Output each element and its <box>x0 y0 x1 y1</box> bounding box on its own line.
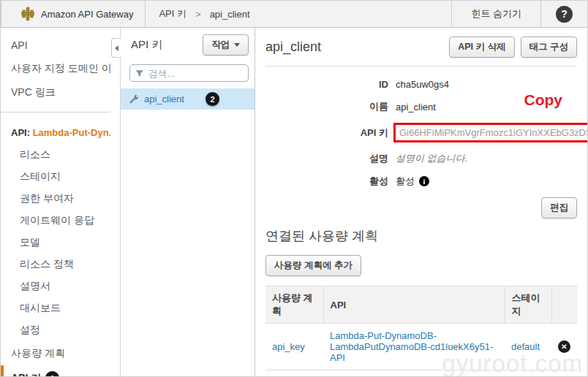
configure-tags-button[interactable]: 태그 구성 <box>521 37 577 58</box>
watermark: gyuroot.com <box>442 350 583 377</box>
delete-api-key-button[interactable]: API 키 삭제 <box>449 37 514 58</box>
field-row-description: 설명 설명이 없습니다. <box>265 152 577 165</box>
api-key-value[interactable]: Gi66HFiMiPKmVgrFmozc1iGYInXXEbG3zDSmMugg <box>393 123 587 142</box>
field-label: 이름 <box>265 100 388 113</box>
api-gateway-console: Amazon API Gateway API 키 > api_client 힌트… <box>0 0 588 377</box>
breadcrumb-section[interactable]: API 키 <box>159 7 186 20</box>
enabled-text: 활성 <box>396 175 415 188</box>
sidebar-item-apis[interactable]: API <box>1 34 110 56</box>
sidebar-item-authorizers[interactable]: 권한 부여자 <box>1 188 110 210</box>
detail-fields: Copy ID cha5uw0gs4 이름 api_client API 키 G… <box>265 77 577 188</box>
sidebar-api-group-prefix: API: <box>11 127 30 138</box>
list-panel-title: API 키 <box>131 38 162 52</box>
chevron-left-icon <box>115 45 118 51</box>
api-key-name-value: api_client <box>396 102 436 113</box>
breadcrumb: API 키 > api_client <box>146 1 263 27</box>
column-header-stage: 스테이지 <box>505 286 551 324</box>
sidebar-api-group-name: Lambda-Put-Dyn... <box>33 127 110 138</box>
step-badge-1: 1 <box>45 371 59 377</box>
filter-icon <box>135 69 143 78</box>
edit-row: 편집 <box>265 197 577 218</box>
caret-down-icon <box>234 43 240 47</box>
app-title: Amazon API Gateway <box>41 9 133 20</box>
field-row-id: ID cha5uw0gs4 <box>265 77 577 91</box>
field-label: 설명 <box>265 152 388 165</box>
actions-dropdown-label: 작업 <box>211 39 230 50</box>
topbar-right: 힌트 숨기기 ? <box>451 1 587 27</box>
copy-annotation: Copy <box>524 91 563 109</box>
sidebar-item-documentation[interactable]: 설명서 <box>1 275 110 297</box>
sidebar-item-usage-plans[interactable]: 사용량 계획 <box>1 341 110 365</box>
key-icon <box>129 94 139 104</box>
search-box[interactable] <box>129 64 249 82</box>
search-input[interactable] <box>148 68 243 79</box>
edit-button[interactable]: 편집 <box>541 197 577 218</box>
sidebar-item-models[interactable]: 모델 <box>1 232 110 254</box>
api-key-id-value: cha5uw0gs4 <box>396 79 449 90</box>
sidebar-item-settings[interactable]: 설정 <box>1 319 110 341</box>
collapse-panel-button[interactable] <box>111 38 121 58</box>
column-header-api: API <box>323 286 505 324</box>
sidebar-item-custom-domain-names[interactable]: 사용자 지정 도메인 이름 <box>1 56 110 80</box>
sidebar-item-gateway-responses[interactable]: 게이트웨이 응답 <box>1 210 110 232</box>
sidebar-item-dashboard[interactable]: 대시보드 <box>1 297 110 319</box>
enabled-value: 활성 i <box>396 175 429 188</box>
sidebar: API 사용자 지정 도메인 이름 VPC 링크 API: Lambda-Put… <box>1 28 110 377</box>
field-label: ID <box>265 79 388 90</box>
help-icon[interactable]: ? <box>556 6 573 23</box>
topbar: Amazon API Gateway API 키 > api_client 힌트… <box>1 1 587 28</box>
breadcrumb-separator-icon: > <box>195 9 201 20</box>
topbar-divider <box>1 1 1 27</box>
column-header-actions <box>551 286 577 324</box>
sidebar-item-api-keys-label: API 키 <box>11 372 41 377</box>
sidebar-api-group[interactable]: API: Lambda-Put-Dyn... <box>1 121 110 144</box>
table-header-row: 사용량 계획 API 스테이지 <box>265 286 577 324</box>
list-item-api-client[interactable]: api_client 2 <box>121 88 255 110</box>
field-label: API 키 <box>265 126 388 140</box>
sidebar-item-resource-policy[interactable]: 리소스 정책 <box>1 254 110 275</box>
actions-dropdown-button[interactable]: 작업 <box>203 34 249 56</box>
sidebar-item-api-keys[interactable]: API 키 1 <box>1 365 110 377</box>
api-gateway-home-link[interactable]: Amazon API Gateway <box>12 7 145 21</box>
field-row-api-key: API 키 Gi66HFiMiPKmVgrFmozc1iGYInXXEbG3zD… <box>265 123 577 142</box>
list-item-label: api_client <box>144 94 184 104</box>
field-row-enabled: 활성 활성 i <box>265 175 577 188</box>
usage-plans-section-title: 연결된 사용량 계획 <box>265 227 577 245</box>
api-key-detail-panel: api_client API 키 삭제 태그 구성 Copy ID cha5uw… <box>255 28 587 377</box>
step-badge-2: 2 <box>206 92 219 106</box>
sidebar-divider <box>1 112 110 113</box>
sidebar-item-vpc-links[interactable]: VPC 링크 <box>1 80 110 104</box>
topbar-divider <box>540 1 541 27</box>
detail-actions: API 키 삭제 태그 구성 <box>449 37 577 58</box>
sidebar-item-stages[interactable]: 스테이지 <box>1 166 110 188</box>
detail-header: api_client API 키 삭제 태그 구성 <box>265 34 577 66</box>
usage-plan-link[interactable]: api_key <box>272 341 305 352</box>
content: API 사용자 지정 도메인 이름 VPC 링크 API: Lambda-Put… <box>1 28 587 377</box>
add-button-row: 사용량 계획에 추가 <box>265 255 577 276</box>
api-gateway-logo-icon <box>20 7 35 21</box>
list-panel-header: API 키 작업 <box>121 28 255 62</box>
field-label: 활성 <box>265 175 388 188</box>
info-icon[interactable]: i <box>419 176 429 186</box>
column-header-usage-plan: 사용량 계획 <box>265 286 323 324</box>
breadcrumb-current: api_client <box>210 9 250 20</box>
add-to-usage-plan-button[interactable]: 사용량 계획에 추가 <box>265 255 361 276</box>
api-keys-list-panel: API 키 작업 api_client 2 <box>120 28 255 377</box>
sidebar-item-resources[interactable]: 리소스 <box>1 144 110 166</box>
topbar-left: Amazon API Gateway API 키 > api_client <box>1 1 263 27</box>
page-title: api_client <box>265 39 321 55</box>
hide-hints-button[interactable]: 힌트 숨기기 <box>452 1 540 27</box>
description-value: 설명이 없습니다. <box>396 152 467 165</box>
